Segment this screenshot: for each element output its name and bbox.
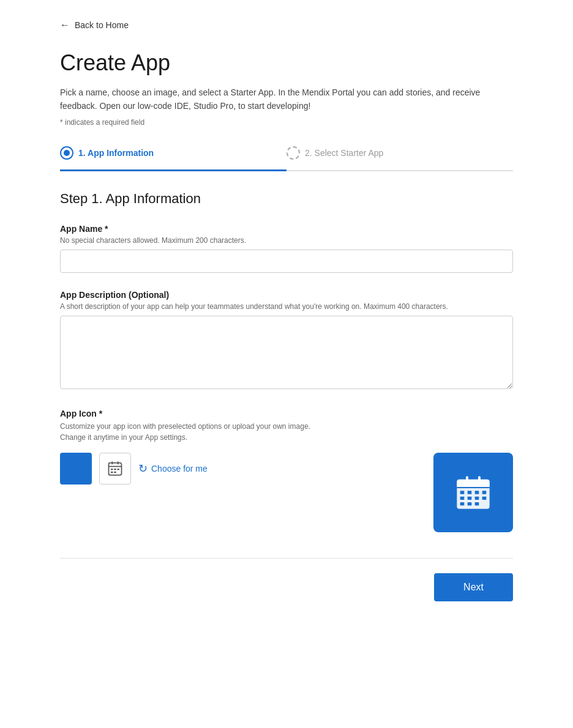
svg-rect-19	[468, 496, 472, 499]
app-description-hint: A short description of your app can help…	[60, 302, 513, 311]
app-name-hint: No special characters allowed. Maximum 2…	[60, 236, 513, 245]
svg-rect-12	[466, 476, 468, 483]
choose-for-me-label: Choose for me	[151, 464, 208, 474]
icon-option-blue[interactable]	[60, 453, 92, 485]
step-1-label: 1. App Information	[78, 148, 154, 158]
svg-rect-20	[475, 496, 479, 499]
svg-rect-7	[111, 471, 113, 472]
svg-rect-10	[457, 479, 489, 487]
step-2-label: 2. Select Starter App	[305, 148, 383, 158]
svg-rect-13	[478, 476, 481, 483]
step-1-circle	[60, 146, 73, 160]
back-link-label: Back to Home	[75, 20, 129, 30]
section-title: Step 1. App Information	[60, 191, 513, 207]
app-description-group: App Description (Optional) A short descr…	[60, 290, 513, 392]
app-name-label: App Name *	[60, 224, 513, 234]
page-title: Create App	[60, 50, 513, 76]
app-description-input[interactable]	[60, 316, 513, 389]
required-note: * indicates a required field	[60, 118, 513, 127]
app-name-input[interactable]	[60, 250, 513, 273]
app-name-group: App Name * No special characters allowed…	[60, 224, 513, 273]
svg-rect-4	[111, 469, 113, 470]
next-button[interactable]: Next	[434, 573, 513, 601]
step-2-circle	[286, 146, 300, 160]
step-2[interactable]: 2. Select Starter App	[286, 146, 513, 169]
svg-rect-22	[460, 502, 465, 505]
back-arrow-icon: ←	[60, 20, 70, 31]
back-to-home-link[interactable]: ← Back to Home	[60, 20, 513, 31]
step-1[interactable]: 1. App Information	[60, 146, 286, 171]
app-icon-group: App Icon * Customize your app icon with …	[60, 409, 513, 538]
app-icon-hint: Customize your app icon with preselected…	[60, 421, 513, 443]
svg-rect-6	[118, 469, 120, 470]
icon-option-calendar[interactable]	[99, 453, 131, 485]
svg-rect-17	[482, 491, 487, 494]
svg-rect-5	[114, 469, 116, 470]
svg-rect-16	[475, 491, 479, 494]
svg-rect-15	[468, 491, 472, 494]
svg-rect-8	[114, 471, 116, 472]
choose-for-me-button[interactable]: ↻ Choose for me	[138, 462, 208, 475]
bottom-bar: Next	[60, 573, 513, 601]
svg-rect-23	[468, 502, 472, 505]
calendar-small-icon	[107, 460, 124, 477]
svg-rect-24	[475, 502, 479, 505]
refresh-icon: ↻	[138, 462, 148, 475]
icon-preview	[433, 453, 513, 532]
svg-rect-21	[482, 496, 487, 499]
icon-preview-calendar-icon	[454, 473, 493, 512]
page-description: Pick a name, choose an image, and select…	[60, 86, 513, 113]
svg-rect-18	[460, 496, 465, 499]
app-icon-label: App Icon *	[60, 409, 513, 418]
icon-area: ↻ Choose for me	[60, 453, 513, 538]
stepper: 1. App Information 2. Select Starter App	[60, 146, 513, 171]
divider	[60, 558, 513, 559]
app-description-label: App Description (Optional)	[60, 290, 513, 300]
svg-rect-14	[460, 491, 465, 494]
